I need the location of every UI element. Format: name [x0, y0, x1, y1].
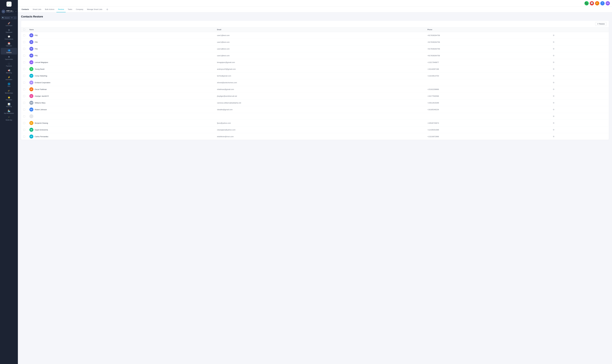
logo-icon: ✓ — [8, 3, 10, 6]
marketing-icon: 📢 — [8, 69, 10, 72]
contact-avatar: OF — [29, 87, 33, 91]
sidebar-item-automation[interactable]: ⚡ Automation — [1, 75, 17, 81]
workspace-switcher[interactable]: HL HSR Layout Bengaluru, Karnataka ▾ — [0, 8, 18, 15]
contact-phone: +15162208866 — [425, 86, 550, 93]
row-checkbox[interactable] — [23, 41, 25, 43]
search-shortcut: ⌘K — [10, 17, 14, 19]
row-checkbox[interactable] — [23, 75, 25, 77]
table-row: HJ Heyliger Jacinth R jheyliger@worldnet… — [21, 93, 609, 100]
row-settings-button[interactable]: ⚙ — [552, 121, 556, 125]
sidebar-item-sites[interactable]: 🌐 Sites — [1, 82, 17, 88]
topbar-chat-button[interactable]: 💬 — [590, 1, 594, 5]
contact-email: user1@test.com — [215, 46, 425, 52]
row-checkbox[interactable] — [23, 88, 25, 90]
row-checkbox[interactable] — [23, 95, 25, 97]
sidebar-item-reputation[interactable]: ⭐ Reputation — [1, 95, 17, 102]
contact-avatar: HJ — [29, 94, 33, 98]
row-checkbox[interactable] — [23, 61, 25, 63]
topbar-avatar-button[interactable]: PK — [606, 1, 610, 5]
tab-manage-smart-lists[interactable]: Manage Smart Lists — [85, 7, 104, 12]
sidebar-item-marketing[interactable]: 📢 Marketing — [1, 68, 17, 75]
table-row: GE Gayle Echeverria cleanpipes@yahoo.com… — [21, 127, 609, 133]
row-settings-button[interactable]: ⚙ — [552, 67, 556, 71]
topbar-phone-button[interactable]: 📞 — [585, 1, 589, 5]
workspace-location: Bengaluru, Karnataka — [6, 12, 14, 13]
contact-phone: +19144097186 — [425, 66, 550, 73]
topbar-help-button[interactable]: ? — [600, 1, 605, 5]
automation-icon: ⚡ — [8, 76, 10, 78]
row-settings-button[interactable]: ⚙ — [552, 114, 556, 118]
sidebar-item-reporting[interactable]: 📊 Reporting — [1, 102, 17, 108]
contact-email: cleanpipes@yahoo.com — [215, 127, 425, 133]
row-checkbox[interactable] — [23, 55, 25, 57]
contact-phone: +19546730874 — [425, 120, 550, 127]
row-checkbox[interactable] — [23, 122, 25, 124]
tab-tasks[interactable]: Tasks — [66, 7, 74, 12]
row-checkbox[interactable] — [23, 136, 25, 138]
sidebar-item-mobile-app[interactable]: 📱 Mobile App — [1, 115, 17, 122]
contact-avatar: FB — [29, 40, 33, 44]
select-all-checkbox[interactable] — [23, 28, 25, 31]
sidebar-item-opportunities[interactable]: ✚ Opportunities — [1, 55, 17, 61]
tab-company[interactable]: Company — [74, 7, 85, 12]
contacts-table-body: FB FB1 user1@test.com+917639264758⚙ FB F… — [21, 32, 609, 140]
contact-phone: +917639264758 — [425, 32, 550, 39]
tab-bulk-actions[interactable]: Bulk Actions — [43, 7, 56, 12]
memberships-icon: 🎓 — [8, 90, 10, 92]
sidebar-item-dashboard[interactable]: ⊞ Dashboard — [1, 28, 17, 34]
sidebar-item-label: Conversations — [5, 38, 13, 40]
contact-avatar: RJ — [29, 107, 33, 112]
row-settings-button[interactable]: ⚙ — [552, 135, 556, 138]
sidebar-item-conversations[interactable]: 💬 Conversations — [1, 34, 17, 41]
row-settings-button[interactable]: ⚙ — [552, 74, 556, 78]
contacts-table-card: ↺ Restore Name Email Phone — [21, 21, 609, 140]
sidebar-item-launchpad[interactable]: 🚀 Launchpad — [1, 21, 17, 27]
table-row: ⚙ — [21, 113, 609, 120]
row-settings-button[interactable]: ⚙ — [552, 94, 556, 98]
workspace-name: HSR Layout — [6, 10, 14, 12]
main-content: 📞💬🔔?PK ContactsSmart ListsBulk ActionsRe… — [18, 0, 612, 364]
sidebar-item-label: Reporting — [6, 106, 12, 107]
add-icon[interactable]: + — [14, 17, 16, 19]
sidebar-item-label: Dashboard — [6, 32, 12, 33]
tab-restore[interactable]: Restore — [56, 7, 66, 12]
row-settings-button[interactable]: ⚙ — [552, 128, 556, 132]
contact-name: FB1 — [35, 48, 38, 50]
page-title: Contacts Restore — [21, 15, 609, 18]
row-checkbox[interactable] — [23, 102, 25, 104]
row-checkbox[interactable] — [23, 48, 25, 50]
contact-name: FB1 — [35, 34, 38, 36]
row-settings-button[interactable]: ⚙ — [552, 81, 556, 84]
row-checkbox[interactable] — [23, 129, 25, 131]
sidebar-item-app-marketplace[interactable]: 🏪 App Marketplace — [1, 109, 17, 115]
topbar-actions: 📞💬🔔?PK — [585, 1, 610, 5]
row-checkbox[interactable] — [23, 109, 25, 111]
contacts-icon: 👥 — [8, 49, 10, 52]
tab-smart-lists[interactable]: Smart Lists — [31, 7, 43, 12]
row-settings-button[interactable]: ⚙ — [552, 101, 556, 105]
row-checkbox[interactable] — [23, 82, 25, 84]
sidebar-item-contacts[interactable]: 👥 Contacts — [1, 48, 17, 54]
sidebar-item-payments[interactable]: ⬚ Payments — [1, 61, 17, 68]
contact-phone — [425, 113, 550, 120]
row-checkbox[interactable] — [23, 115, 25, 117]
search-bar[interactable]: 🔍 Search ⌘K + — [1, 16, 17, 19]
contact-email: bmagsipoc@gmail.com — [215, 59, 425, 66]
sidebar-item-calendars[interactable]: 📅 Calendars — [1, 41, 17, 48]
row-checkbox[interactable] — [23, 34, 25, 36]
row-settings-button[interactable]: ⚙ — [552, 40, 556, 44]
row-settings-button[interactable]: ⚙ — [552, 87, 556, 91]
contact-avatar: FB — [29, 53, 33, 58]
row-settings-button[interactable]: ⚙ — [552, 33, 556, 37]
tab-contacts[interactable]: Contacts — [20, 7, 31, 12]
restore-button[interactable]: ↺ Restore — [595, 22, 607, 26]
row-checkbox[interactable] — [23, 68, 25, 70]
sidebar-item-label: Calendars — [6, 45, 12, 47]
row-settings-button[interactable]: ⚙ — [552, 54, 556, 57]
topbar-bell-button[interactable]: 🔔 — [595, 1, 599, 5]
sidebar-item-memberships[interactable]: 🎓 Memberships — [1, 88, 17, 95]
row-settings-button[interactable]: ⚙ — [552, 60, 556, 64]
row-settings-button[interactable]: ⚙ — [552, 108, 556, 111]
row-settings-button[interactable]: ⚙ — [552, 47, 556, 51]
tab-settings-button[interactable]: ⚙ — [105, 8, 109, 11]
